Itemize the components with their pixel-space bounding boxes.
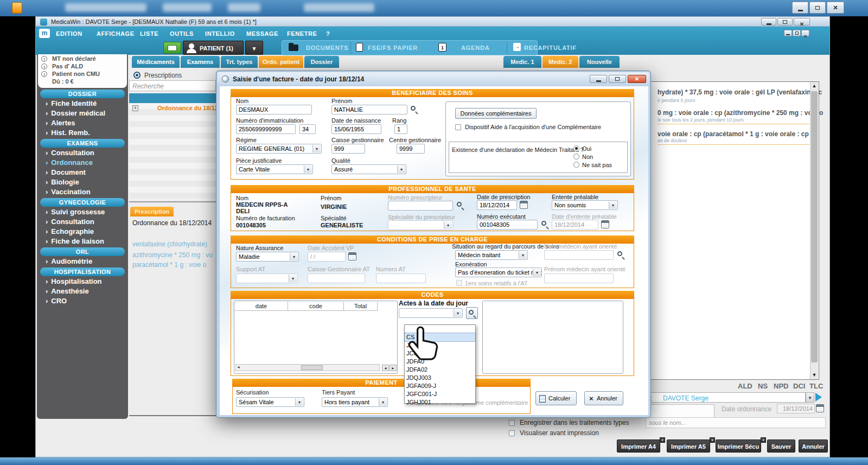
regime-select[interactable]: REGIME GENERAL (01) (236, 144, 322, 154)
mdi-close-button[interactable]: × (801, 30, 809, 36)
chevron-down-icon[interactable] (289, 275, 297, 282)
doctor-combobox[interactable]: : DAVOTE Serge (648, 392, 806, 403)
tiers-payant-select[interactable]: Hors tiers payant (322, 397, 388, 407)
dialog-maximize-button[interactable] (609, 75, 626, 83)
prescriptions-radio[interactable] (133, 72, 141, 79)
patient-button[interactable]: PATIENT (1) (183, 41, 244, 55)
mdi-minimize-button[interactable] (784, 30, 792, 36)
chevron-down-icon[interactable] (290, 253, 298, 260)
cancel-button[interactable]: Annuler (799, 439, 828, 453)
chevron-down-icon[interactable] (379, 398, 387, 406)
fse-button[interactable]: FSE/FS PAPIER (353, 41, 439, 54)
tab-examens[interactable]: Examens (181, 56, 220, 68)
doctor-dropdown-arrow[interactable] (806, 392, 814, 403)
date-entente-input[interactable]: 18/12/2014 (552, 220, 598, 230)
dialog-annuler-button[interactable]: × Annuler (584, 391, 623, 405)
sidebar-item-consultation-gyn[interactable]: Consultation (46, 218, 94, 226)
date-presc-input[interactable]: 18/12/2014 (477, 200, 517, 210)
desktop-maximize-button[interactable] (809, 2, 826, 14)
mt-oui-radio[interactable] (573, 145, 579, 151)
accident-input[interactable]: / / (308, 252, 346, 262)
acte-option[interactable]: JGFC001-J (405, 390, 475, 398)
scroll-left-arrow[interactable] (237, 365, 240, 369)
taskbar-app-icon[interactable] (12, 2, 22, 14)
search-patient-icon[interactable] (411, 106, 416, 111)
donnees-complementaires-button[interactable]: Données complémentaires (455, 108, 537, 119)
date-ordonnance-input[interactable]: 18/12/2014 (777, 404, 815, 413)
sidebar-item-document[interactable]: Document (46, 168, 86, 176)
scrollbar-thumb[interactable] (811, 91, 818, 362)
search-input[interactable]: Recherche (129, 80, 216, 91)
sidebar-item-fiche-identite[interactable]: Fiche Identité (46, 99, 97, 107)
prescription-tag[interactable]: Prescription (130, 207, 174, 216)
patient-dropdown-button[interactable] (245, 41, 263, 55)
qualite-select[interactable]: Assuré (331, 164, 406, 174)
window-close-button[interactable]: ✕ (794, 18, 810, 26)
menu-item-edition[interactable]: EDITION (56, 30, 82, 37)
tab-medic-1[interactable]: Medic. 1 (503, 56, 541, 68)
tab-medicaments[interactable]: Médicaments (132, 56, 180, 68)
save-button[interactable]: Sauver (767, 439, 795, 453)
nature-select[interactable]: Maladie (236, 252, 299, 262)
soins-at-checkbox[interactable] (456, 280, 462, 286)
chevron-down-icon[interactable] (444, 221, 452, 229)
recap-button[interactable]: → RECAPITULATIF (510, 41, 575, 54)
presc-num-input[interactable] (388, 201, 453, 211)
securisation-select[interactable]: Sésam Vitale (236, 397, 304, 407)
sidebar-item-biologie[interactable]: Biologie (46, 178, 79, 186)
hscroll-thumb[interactable] (301, 365, 323, 370)
entente-select[interactable]: Non soumis (552, 200, 618, 210)
chevron-down-icon[interactable] (609, 201, 617, 209)
scroll-down-arrow[interactable] (810, 372, 818, 378)
sidebar-item-alertes[interactable]: Alertes (46, 119, 75, 127)
window-minimize-button[interactable] (761, 18, 776, 26)
prenom-input[interactable]: NATHALIE (331, 105, 407, 114)
caisse-input[interactable]: 999 (331, 144, 365, 154)
sidebar-item-ordonnance[interactable]: Ordonnance (46, 158, 93, 167)
print-a4-options-button[interactable] (660, 437, 665, 443)
acte-option[interactable]: JGFA009-J (405, 382, 475, 390)
tab-dossier[interactable]: Dossier (304, 56, 339, 68)
prenom-medecin-input[interactable] (544, 273, 614, 283)
menu-item-intellio[interactable]: INTELLIO (205, 30, 235, 37)
calendar-icon[interactable] (348, 252, 356, 260)
codes-col-code[interactable]: code (288, 302, 344, 311)
desktop-minimize-button[interactable] (792, 2, 808, 14)
tab-medic-2[interactable]: Medic. 2 (542, 56, 578, 68)
doctor-go-icon[interactable] (815, 393, 822, 402)
menu-item-affichage[interactable]: AFFICHAGE (97, 30, 135, 37)
flag-ns[interactable]: NS (758, 382, 768, 390)
sidebar-item-fiche-de-liaison[interactable]: Fiche de liaison (46, 237, 104, 245)
documents-button[interactable]: DOCUMENTS (284, 41, 349, 54)
print-a5-button[interactable]: Imprimer A5 (667, 439, 710, 453)
numero-at-input[interactable] (376, 273, 426, 283)
tab-nouvelle[interactable]: Nouvelle (579, 56, 620, 68)
print-a4-button[interactable]: Imprimer A4 (617, 439, 660, 453)
acte-option[interactable]: JGHJ001 (405, 398, 475, 406)
agenda-button[interactable]: 1 AGENDA (438, 41, 509, 54)
preview-checkbox[interactable] (509, 430, 515, 436)
dialog-close-button[interactable]: ✕ (628, 75, 646, 83)
save-types-name-input[interactable]: sous le nom... (646, 417, 826, 428)
chevron-down-icon[interactable] (304, 165, 312, 173)
window-restore-button[interactable] (777, 18, 793, 26)
immat-cle-input[interactable]: 34 (299, 124, 316, 134)
print-a5-options-button[interactable] (710, 437, 715, 443)
menu-item-message[interactable]: MESSAGE (246, 30, 278, 37)
menu-item-liste[interactable]: LISTE (140, 30, 158, 37)
print-secu-button[interactable]: Imprimer Sécu (716, 439, 761, 453)
situation-select[interactable]: Médecin traitant (455, 250, 528, 260)
menu-item-fenetre[interactable]: FENETRE (287, 30, 317, 37)
centre-input[interactable]: 9999 (397, 144, 425, 154)
num-exec-input[interactable]: 001048305 (477, 220, 538, 230)
rang-input[interactable]: 1 (394, 124, 407, 134)
search-executant-icon[interactable] (541, 221, 546, 226)
chevron-down-icon[interactable] (312, 145, 321, 152)
chevron-down-icon[interactable] (533, 269, 541, 276)
mt-nsp-radio[interactable] (573, 162, 579, 168)
mt-non-radio[interactable] (573, 154, 579, 160)
presc-spec-select[interactable] (388, 220, 453, 230)
calendar-icon[interactable] (816, 404, 824, 412)
ddn-input[interactable]: 15/06/1955 (331, 124, 381, 134)
flag-tlc[interactable]: TLC (809, 382, 823, 390)
